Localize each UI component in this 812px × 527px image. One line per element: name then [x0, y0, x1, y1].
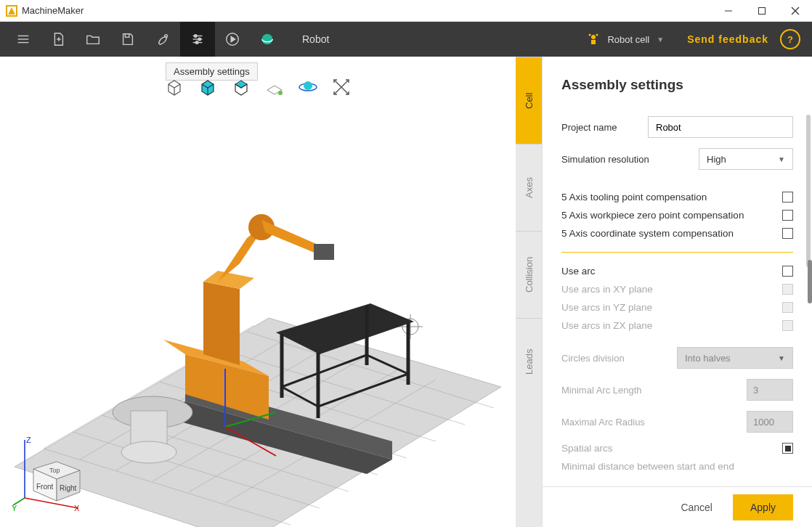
window-maximize-button[interactable]	[745, 0, 779, 22]
svg-point-20	[591, 35, 596, 39]
arc-xy-label: Use arcs in XY plane	[561, 284, 782, 295]
tab-axes[interactable]: Axes	[516, 144, 542, 231]
svg-point-17	[195, 41, 198, 44]
min-arc-label: Minimal Arc Length	[561, 385, 747, 396]
svg-point-23	[596, 34, 598, 36]
svg-point-19	[262, 34, 273, 45]
circles-div-label: Circles division	[561, 353, 677, 364]
navigation-cube[interactable]: Z Y X Top Front Right	[12, 433, 84, 512]
app-title: MachineMaker	[22, 5, 84, 16]
svg-point-15	[198, 38, 201, 41]
svg-point-11	[165, 35, 168, 38]
navcube-right: Right	[60, 484, 77, 492]
settings-panel: Assembly settings Project name Simulatio…	[542, 57, 812, 527]
use-arc-checkbox[interactable]	[782, 266, 793, 277]
chevron-down-icon: ▼	[778, 155, 785, 163]
svg-line-74	[25, 498, 78, 508]
help-button[interactable]: ?	[780, 29, 800, 49]
chevron-down-icon: ▼	[657, 36, 664, 44]
use-arc-label: Use arc	[561, 266, 782, 277]
window-minimize-button[interactable]	[712, 0, 745, 22]
navcube-front: Front	[36, 483, 54, 491]
spatial-arcs-checkbox	[782, 443, 793, 454]
min-dist-label: Minimal distance between start and end	[561, 461, 793, 472]
panel-title: Assembly settings	[561, 77, 793, 93]
tab-leads[interactable]: Leads	[516, 318, 542, 405]
circles-div-select: Into halves ▼	[677, 347, 793, 369]
svg-rect-2	[759, 7, 766, 14]
spatial-arcs-label: Spatial arcs	[561, 443, 782, 454]
project-name-label: Project name	[561, 122, 648, 133]
svg-rect-10	[125, 34, 129, 38]
main-scrollbar-thumb[interactable]	[808, 260, 812, 303]
max-arc-input: 1000	[747, 411, 793, 433]
min-arc-input: 3	[747, 379, 793, 401]
open-file-button[interactable]	[76, 22, 110, 57]
max-arc-label: Maximal Arc Radius	[561, 417, 747, 428]
axis-y-label: Y	[12, 504, 17, 512]
svg-rect-21	[591, 40, 596, 44]
axis-x-label: X	[74, 504, 80, 512]
send-feedback-link[interactable]: Send feedback	[687, 33, 768, 45]
sim-resolution-select[interactable]: High ▼	[699, 148, 793, 170]
cell-selector[interactable]: Robot cell ▼	[587, 33, 664, 46]
tab-cell[interactable]: Cell	[516, 57, 542, 144]
chevron-down-icon: ▼	[778, 354, 785, 362]
settings-button[interactable]	[180, 22, 215, 57]
panel-footer: Cancel Apply	[543, 486, 812, 527]
project-name-input[interactable]	[648, 116, 793, 138]
arc-zx-checkbox	[782, 320, 793, 331]
divider	[561, 252, 793, 253]
sim-resolution-label: Simulation resolution	[561, 154, 699, 165]
main-area: Assembly settings	[0, 57, 812, 527]
panel-scrollbar-track[interactable]	[806, 115, 811, 267]
comp1-label: 5 Axis tooling point compensation	[561, 192, 782, 203]
svg-point-22	[589, 34, 591, 36]
arc-yz-label: Use arcs in YZ plane	[561, 302, 782, 313]
vertical-tabs: Cell Axes Collision Leads	[516, 57, 542, 527]
robot-tool-button[interactable]	[145, 22, 180, 57]
save-file-button[interactable]	[110, 22, 145, 57]
tab-collision[interactable]: Collision	[516, 231, 542, 318]
svg-marker-51	[203, 282, 240, 365]
new-file-button[interactable]	[41, 22, 76, 57]
main-toolbar: Robot Robot cell ▼ Send feedback ?	[0, 22, 812, 57]
viewport-3d[interactable]: Assembly settings	[0, 57, 516, 527]
arc-xy-checkbox	[782, 284, 793, 295]
menu-button[interactable]	[6, 22, 41, 57]
titlebar: MachineMaker	[0, 0, 812, 22]
arc-yz-checkbox	[782, 302, 793, 313]
window-close-button[interactable]	[779, 0, 812, 22]
cancel-button[interactable]: Cancel	[681, 502, 712, 513]
sphere-tool-button[interactable]	[250, 22, 285, 57]
cell-selector-label: Robot cell	[607, 34, 649, 45]
comp1-checkbox[interactable]	[782, 192, 793, 203]
svg-rect-56	[314, 244, 334, 260]
arc-zx-label: Use arcs in ZX plane	[561, 320, 782, 331]
app-logo-icon	[6, 5, 17, 17]
comp2-checkbox[interactable]	[782, 210, 793, 221]
navcube-top: Top	[49, 467, 60, 474]
toolbar-current-label: Robot	[302, 33, 329, 45]
apply-button[interactable]: Apply	[733, 494, 793, 520]
comp2-label: 5 Axis workpiece zero point compensation	[561, 210, 782, 221]
svg-point-13	[194, 35, 197, 38]
comp3-label: 5 Axis coordinate system compensation	[561, 228, 782, 239]
svg-point-59	[121, 441, 176, 463]
play-button[interactable]	[215, 22, 250, 57]
comp3-checkbox[interactable]	[782, 228, 793, 239]
robot-icon	[587, 33, 600, 46]
axis-z-label: Z	[26, 436, 31, 444]
